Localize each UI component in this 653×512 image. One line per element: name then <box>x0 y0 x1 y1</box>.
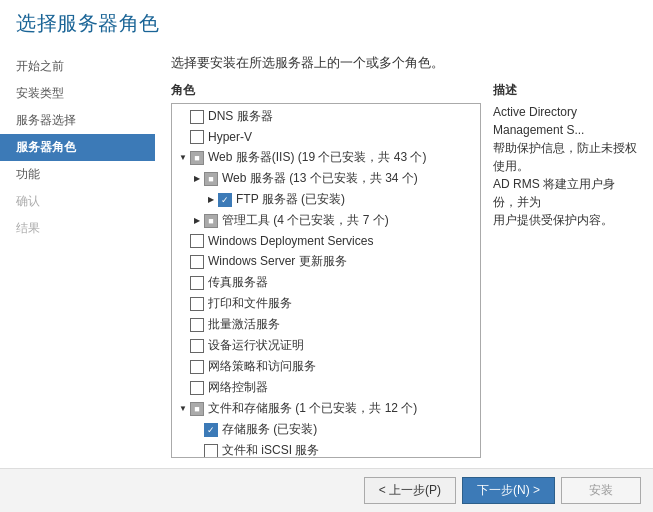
install-button[interactable]: 安装 <box>561 477 641 504</box>
sidebar-item-before-start[interactable]: 开始之前 <box>0 53 155 80</box>
role-label-hyper-v: Hyper-V <box>208 130 476 144</box>
expand-icon[interactable]: ▶ <box>190 214 204 228</box>
role-checkbox-vol-act[interactable] <box>190 318 204 332</box>
roles-list[interactable]: DNS 服务器Hyper-V▼■Web 服务器(IIS) (19 个已安装，共 … <box>171 103 481 458</box>
no-expand-icon <box>176 276 190 290</box>
role-item-vol-act[interactable]: 批量激活服务 <box>172 314 480 335</box>
role-label-dev-health: 设备运行状况证明 <box>208 337 476 354</box>
role-label-print: 打印和文件服务 <box>208 295 476 312</box>
role-label-web-server: Web 服务器 (13 个已安装，共 34 个) <box>222 170 476 187</box>
role-item-mgmt-tools[interactable]: ▶■管理工具 (4 个已安装，共 7 个) <box>172 210 480 231</box>
role-item-wsus[interactable]: Windows Server 更新服务 <box>172 251 480 272</box>
role-label-wsus: Windows Server 更新服务 <box>208 253 476 270</box>
no-expand-icon <box>176 110 190 124</box>
no-expand-icon <box>176 255 190 269</box>
sidebar-item-confirm: 确认 <box>0 188 155 215</box>
collapse-icon[interactable]: ▼ <box>176 151 190 165</box>
no-expand-icon <box>176 318 190 332</box>
main-panel: 选择要安装在所选服务器上的一个或多个角色。 角色 DNS 服务器Hyper-V▼… <box>155 43 653 468</box>
prev-button[interactable]: < 上一步(P) <box>364 477 456 504</box>
no-expand-icon <box>176 234 190 248</box>
no-expand-icon <box>176 130 190 144</box>
role-label-vol-act: 批量激活服务 <box>208 316 476 333</box>
role-checkbox-print[interactable] <box>190 297 204 311</box>
role-item-file-iscsi[interactable]: 文件和 iSCSI 服务 <box>172 440 480 458</box>
roles-header: 角色 <box>171 82 481 99</box>
footer: < 上一步(P) 下一步(N) > 安装 <box>0 468 653 512</box>
role-checkbox-wsus[interactable] <box>190 255 204 269</box>
role-label-fax: 传真服务器 <box>208 274 476 291</box>
page-title: 选择服务器角色 <box>16 10 637 37</box>
role-checkbox-ftp[interactable]: ✓ <box>218 193 232 207</box>
content-area: 开始之前安装类型服务器选择服务器角色功能确认结果 选择要安装在所选服务器上的一个… <box>0 43 653 468</box>
sidebar-item-server-roles[interactable]: 服务器角色 <box>0 134 155 161</box>
no-expand-icon <box>176 381 190 395</box>
no-expand-icon <box>176 339 190 353</box>
description-column: 描述 Active DirectoryManagement S...帮助保护信息… <box>493 82 637 458</box>
role-label-dns: DNS 服务器 <box>208 108 476 125</box>
role-checkbox-dns[interactable] <box>190 110 204 124</box>
role-checkbox-storage-svc[interactable]: ✓ <box>204 423 218 437</box>
expand-icon[interactable]: ▶ <box>190 172 204 186</box>
no-expand-icon <box>176 297 190 311</box>
role-checkbox-dev-health[interactable] <box>190 339 204 353</box>
description-text: Active DirectoryManagement S...帮助保护信息，防止… <box>493 103 637 229</box>
role-item-net-ctrl[interactable]: 网络控制器 <box>172 377 480 398</box>
role-item-fax[interactable]: 传真服务器 <box>172 272 480 293</box>
sidebar-item-result: 结果 <box>0 215 155 242</box>
role-item-dns[interactable]: DNS 服务器 <box>172 106 480 127</box>
role-checkbox-net-policy[interactable] <box>190 360 204 374</box>
no-expand-icon <box>190 444 204 458</box>
role-label-iis: Web 服务器(IIS) (19 个已安装，共 43 个) <box>208 149 476 166</box>
role-item-file-storage[interactable]: ▼■文件和存储服务 (1 个已安装，共 12 个) <box>172 398 480 419</box>
role-item-print[interactable]: 打印和文件服务 <box>172 293 480 314</box>
title-bar: 选择服务器角色 <box>0 0 653 43</box>
role-checkbox-wds[interactable] <box>190 234 204 248</box>
instruction-text: 选择要安装在所选服务器上的一个或多个角色。 <box>171 55 637 72</box>
role-label-storage-svc: 存储服务 (已安装) <box>222 421 476 438</box>
no-expand-icon <box>190 423 204 437</box>
role-checkbox-fax[interactable] <box>190 276 204 290</box>
next-button[interactable]: 下一步(N) > <box>462 477 555 504</box>
role-item-net-policy[interactable]: 网络策略和访问服务 <box>172 356 480 377</box>
role-label-file-iscsi: 文件和 iSCSI 服务 <box>222 442 476 458</box>
window: 选择服务器角色 开始之前安装类型服务器选择服务器角色功能确认结果 选择要安装在所… <box>0 0 653 512</box>
role-item-ftp[interactable]: ▶✓FTP 服务器 (已安装) <box>172 189 480 210</box>
collapse-icon[interactable]: ▼ <box>176 402 190 416</box>
role-label-wds: Windows Deployment Services <box>208 234 476 248</box>
role-label-ftp: FTP 服务器 (已安装) <box>236 191 476 208</box>
role-checkbox-hyper-v[interactable] <box>190 130 204 144</box>
role-checkbox-mgmt-tools[interactable]: ■ <box>204 214 218 228</box>
role-item-iis[interactable]: ▼■Web 服务器(IIS) (19 个已安装，共 43 个) <box>172 147 480 168</box>
role-checkbox-iis[interactable]: ■ <box>190 151 204 165</box>
role-item-storage-svc[interactable]: ✓存储服务 (已安装) <box>172 419 480 440</box>
role-checkbox-web-server[interactable]: ■ <box>204 172 218 186</box>
role-label-mgmt-tools: 管理工具 (4 个已安装，共 7 个) <box>222 212 476 229</box>
no-expand-icon <box>176 360 190 374</box>
description-header: 描述 <box>493 82 637 99</box>
sidebar-item-install-type[interactable]: 安装类型 <box>0 80 155 107</box>
role-item-hyper-v[interactable]: Hyper-V <box>172 127 480 147</box>
sidebar: 开始之前安装类型服务器选择服务器角色功能确认结果 <box>0 43 155 468</box>
role-item-web-server[interactable]: ▶■Web 服务器 (13 个已安装，共 34 个) <box>172 168 480 189</box>
expand-icon[interactable]: ▶ <box>204 193 218 207</box>
role-label-net-ctrl: 网络控制器 <box>208 379 476 396</box>
role-checkbox-file-iscsi[interactable] <box>204 444 218 458</box>
role-item-wds[interactable]: Windows Deployment Services <box>172 231 480 251</box>
role-item-dev-health[interactable]: 设备运行状况证明 <box>172 335 480 356</box>
roles-column: 角色 DNS 服务器Hyper-V▼■Web 服务器(IIS) (19 个已安装… <box>171 82 481 458</box>
role-checkbox-net-ctrl[interactable] <box>190 381 204 395</box>
role-checkbox-file-storage[interactable]: ■ <box>190 402 204 416</box>
role-label-net-policy: 网络策略和访问服务 <box>208 358 476 375</box>
roles-section: 角色 DNS 服务器Hyper-V▼■Web 服务器(IIS) (19 个已安装… <box>171 82 637 458</box>
sidebar-item-server-select[interactable]: 服务器选择 <box>0 107 155 134</box>
sidebar-item-features[interactable]: 功能 <box>0 161 155 188</box>
role-label-file-storage: 文件和存储服务 (1 个已安装，共 12 个) <box>208 400 476 417</box>
